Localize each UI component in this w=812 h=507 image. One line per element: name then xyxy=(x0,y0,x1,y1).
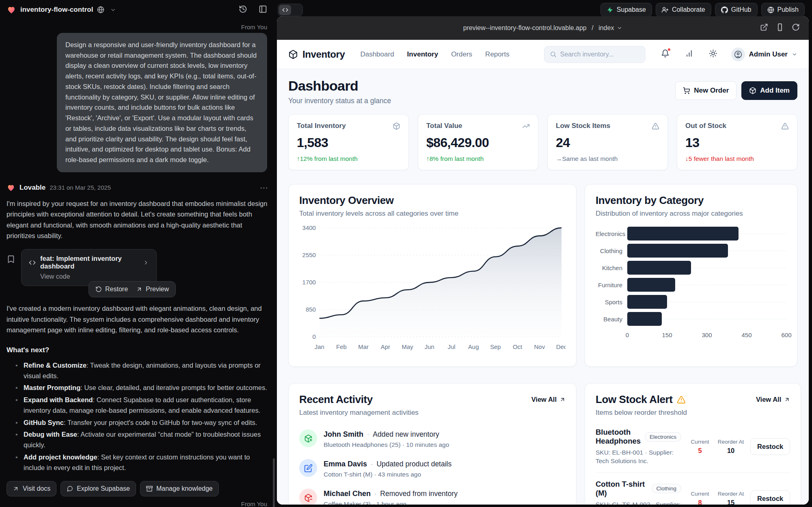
assistant-message-header: Lovable 23:31 on Mar 25, 2025 ⋯ xyxy=(6,183,269,193)
low-stock-row: Cotton T-shirt (M)Clothing SKU: CL-TS-M-… xyxy=(596,473,790,505)
x-tick-label: 450 xyxy=(741,332,752,338)
chevron-down-icon xyxy=(792,52,797,57)
new-order-button[interactable]: New Order xyxy=(675,81,736,100)
chart-title: Inventory Overview xyxy=(299,194,566,207)
list-item: Debug with Ease: Activate our experiment… xyxy=(15,429,269,451)
x-tick-label: 300 xyxy=(702,332,712,338)
assistant-summary-text: I've created a modern inventory dashboar… xyxy=(6,303,269,335)
bar xyxy=(627,227,739,240)
chart-title: Inventory by Category xyxy=(596,194,786,207)
low-stock-row: Bluetooth HeadphonesElectronics SKU: EL-… xyxy=(596,421,790,473)
list-item: Expand with Backend: Connect Supabase to… xyxy=(15,394,269,416)
theme-toggle[interactable] xyxy=(709,49,717,59)
open-external-icon[interactable] xyxy=(760,23,768,31)
bar xyxy=(627,312,662,326)
x-tick-label: Aug xyxy=(468,344,479,350)
code-icon xyxy=(282,7,288,13)
x-tick-label: Jan xyxy=(315,344,324,350)
avatar xyxy=(731,48,745,61)
code-view-toggle[interactable] xyxy=(278,4,303,16)
bar-row: Beauty xyxy=(596,310,786,327)
collaborate-button[interactable]: Collaborate xyxy=(656,3,711,17)
trending-up-icon xyxy=(522,122,530,130)
notifications-button[interactable] xyxy=(661,49,669,59)
x-tick-label: 600 xyxy=(781,332,791,338)
view-all-activity-link[interactable]: View All xyxy=(531,396,566,403)
bookmark-icon[interactable] xyxy=(6,255,15,264)
stats-button[interactable] xyxy=(685,49,693,59)
chat-bubble-icon xyxy=(67,485,73,492)
bar-row: Clothing xyxy=(596,242,786,259)
page-title: Dashboard xyxy=(288,78,391,94)
activity-row[interactable]: Michael Chen·Removed from inventory Coff… xyxy=(299,483,566,505)
nav-dashboard[interactable]: Dashboard xyxy=(360,50,394,58)
whats-next-heading: What's next? xyxy=(6,346,269,354)
commit-title: feat: Implement inventory dashboard xyxy=(40,255,137,270)
publish-button[interactable]: Publish xyxy=(761,3,805,17)
kpi-value: 1,583 xyxy=(297,135,400,150)
project-menu[interactable]: inventory-flow-control xyxy=(0,5,116,15)
restore-button[interactable]: Restore xyxy=(95,286,128,293)
nav-inventory[interactable]: Inventory xyxy=(407,50,438,58)
bar-row: Kitchen xyxy=(596,259,786,276)
explore-supabase-button[interactable]: Explore Supabase xyxy=(60,481,136,496)
bar xyxy=(627,278,675,292)
preview-button[interactable]: Preview xyxy=(136,286,169,293)
alert-triangle-icon xyxy=(652,122,659,130)
activity-row[interactable]: Emma Davis·Updated product details Cotto… xyxy=(299,454,566,483)
search-input[interactable] xyxy=(560,51,633,58)
alert-triangle-icon xyxy=(781,122,789,130)
recent-activity-card: Recent Activity Latest inventory managem… xyxy=(288,383,577,505)
inventory-by-category-card: Inventory by Category Distribution of in… xyxy=(585,184,797,367)
project-name: inventory-flow-control xyxy=(20,6,93,14)
bar-row: Electronics xyxy=(596,225,786,242)
edit-icon xyxy=(299,459,317,477)
manage-knowledge-button[interactable]: Manage knowledge xyxy=(140,481,219,496)
chevron-down-icon[interactable] xyxy=(110,7,116,13)
brand[interactable]: Inventory xyxy=(288,49,345,60)
section-title: Recent Activity xyxy=(299,393,419,406)
history-icon[interactable] xyxy=(239,5,247,13)
section-subtitle: Latest inventory management activities xyxy=(299,409,419,417)
add-item-button[interactable]: Add Item xyxy=(741,81,797,100)
bar xyxy=(627,244,728,258)
published-globe-icon xyxy=(97,6,104,13)
user-menu[interactable]: Admin User xyxy=(731,48,797,61)
mobile-view-icon[interactable] xyxy=(776,23,784,31)
activity-row[interactable]: John Smith·Added new inventory Bluetooth… xyxy=(299,424,566,454)
y-tick-label: 2550 xyxy=(302,252,316,258)
nav-orders[interactable]: Orders xyxy=(451,50,472,58)
package-icon xyxy=(393,122,400,130)
from-you-label: From You xyxy=(8,500,267,507)
bar-label: Electronics xyxy=(596,230,627,237)
arrow-up-right-icon xyxy=(559,396,566,403)
github-button[interactable]: GitHub xyxy=(715,3,758,17)
chevron-down-icon xyxy=(617,25,622,31)
x-tick-label: Feb xyxy=(336,344,347,350)
search-box[interactable] xyxy=(544,46,646,63)
commit-code-icon xyxy=(29,259,36,266)
nav-reports[interactable]: Reports xyxy=(485,50,510,58)
from-you-label: From You xyxy=(8,24,267,30)
package-logo-icon xyxy=(288,50,298,59)
preview-url[interactable]: preview--inventory-flow-control.lovable.… xyxy=(463,24,623,32)
package-icon xyxy=(749,87,756,94)
message-menu-icon[interactable]: ⋯ xyxy=(260,183,269,193)
main-nav: Dashboard Inventory Orders Reports xyxy=(360,50,509,58)
dashboard-header: Inventory Dashboard Inventory Orders Rep… xyxy=(277,40,809,69)
restock-button[interactable]: Restock xyxy=(750,438,790,455)
visit-docs-button[interactable]: Visit docs xyxy=(6,481,56,496)
chat-scrollbar[interactable] xyxy=(273,458,275,507)
refresh-icon[interactable] xyxy=(792,23,800,31)
kpi-value: $86,429.00 xyxy=(426,135,530,150)
list-item: GitHub Sync: Transfer your project's cod… xyxy=(15,417,269,428)
warning-triangle-icon xyxy=(677,395,686,404)
panel-toggle-icon[interactable] xyxy=(259,5,267,13)
supabase-button[interactable]: Supabase xyxy=(600,3,652,17)
lovable-logo-icon xyxy=(6,5,16,15)
version-card[interactable]: feat: Implement inventory dashboard View… xyxy=(21,249,157,286)
restock-button[interactable]: Restock xyxy=(750,490,790,505)
view-code-link[interactable]: View code xyxy=(40,273,149,280)
section-subtitle: Items below reorder threshold xyxy=(596,409,687,417)
view-all-low-stock-link[interactable]: View All xyxy=(756,396,790,403)
